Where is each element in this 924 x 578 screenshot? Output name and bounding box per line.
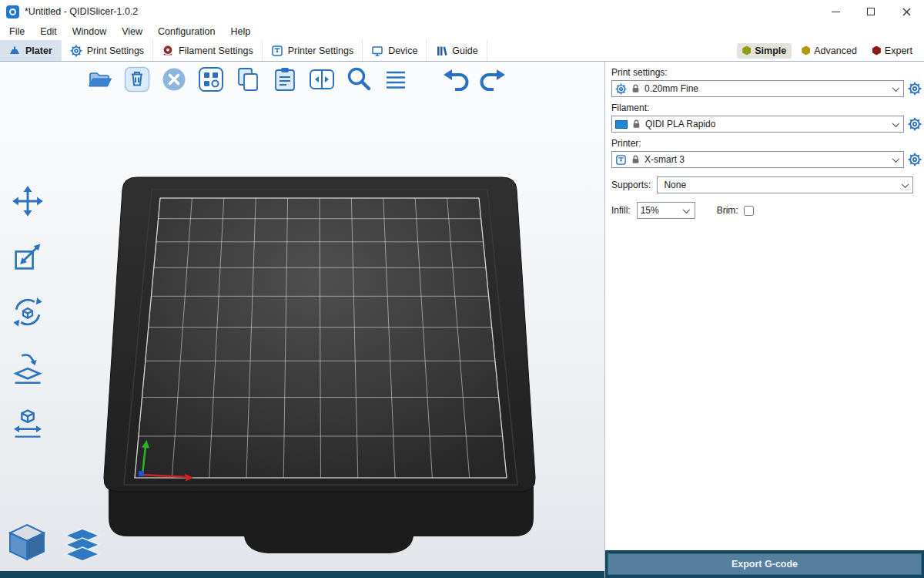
- paste-button[interactable]: [271, 65, 299, 94]
- supports-select[interactable]: None: [657, 176, 913, 193]
- supports-label: Supports:: [611, 180, 651, 190]
- menu-configuration[interactable]: Configuration: [150, 26, 223, 37]
- paste-icon: [272, 66, 298, 92]
- rotate-button[interactable]: [6, 292, 49, 332]
- tab-plater[interactable]: Plater: [0, 40, 62, 61]
- menu-edit[interactable]: Edit: [32, 26, 65, 37]
- dropdown-arrow: [889, 86, 902, 92]
- book-icon: [435, 45, 447, 57]
- infill-value: 15%: [641, 205, 659, 216]
- tab-bar: Plater Print Settings Filament Settings …: [0, 40, 924, 62]
- delete-button[interactable]: [123, 65, 151, 94]
- tab-label: Printer Settings: [288, 45, 353, 56]
- export-bar: Export G-code: [605, 550, 924, 578]
- gizmo-toolbar: [6, 181, 49, 443]
- printer-icon: [615, 154, 627, 166]
- tab-label: Filament Settings: [179, 45, 253, 56]
- brim-label: Brim:: [717, 205, 738, 216]
- mode-advanced[interactable]: Advanced: [796, 43, 862, 59]
- place-on-face-button[interactable]: [6, 348, 49, 388]
- dropdown-arrow: [889, 122, 902, 127]
- mode-label: Simple: [755, 45, 786, 56]
- advanced-mode-icon: [802, 46, 810, 55]
- close-button[interactable]: [889, 0, 924, 23]
- mode-label: Expert: [885, 45, 912, 56]
- redo-button[interactable]: [479, 65, 507, 94]
- menu-file[interactable]: File: [2, 26, 32, 37]
- printer-gear-button[interactable]: [908, 153, 922, 166]
- place-on-face-icon: [11, 351, 45, 385]
- scale-button[interactable]: [6, 237, 49, 277]
- export-gcode-button[interactable]: Export G-code: [608, 553, 922, 575]
- dropdown-arrow: [681, 208, 693, 213]
- menu-window[interactable]: Window: [65, 26, 114, 37]
- print-settings-value: 0.20mm Fine: [644, 83, 698, 94]
- chevron-down-icon: [683, 206, 691, 213]
- printer-select[interactable]: X-smart 3: [611, 151, 904, 168]
- tab-device[interactable]: Device: [363, 40, 427, 61]
- print-settings-select[interactable]: 0.20mm Fine: [611, 80, 904, 97]
- split-icon: [309, 66, 335, 92]
- gear-icon: [70, 45, 82, 57]
- size-icon: [11, 406, 45, 440]
- window-title: *Untitled - QIDISlicer-1.0.2: [25, 6, 138, 17]
- print-settings-label: Print settings:: [611, 67, 918, 78]
- mode-simple[interactable]: Simple: [737, 43, 792, 59]
- arrange-button[interactable]: [197, 65, 225, 94]
- filament-select[interactable]: QIDI PLA Rapido: [611, 116, 904, 133]
- viewport-3d[interactable]: [0, 62, 604, 578]
- cube-3d-icon: [5, 521, 49, 564]
- mode-switcher: Simple Advanced Expert: [737, 40, 924, 61]
- menu-help[interactable]: Help: [223, 26, 258, 37]
- split-button[interactable]: [308, 65, 336, 94]
- menu-bar: File Edit Window View Configuration Help: [0, 23, 924, 40]
- tab-guide[interactable]: Guide: [427, 40, 487, 61]
- monitor-icon: [371, 45, 383, 57]
- print-settings-gear-button[interactable]: [908, 82, 922, 96]
- build-plate: [0, 62, 604, 578]
- search-button[interactable]: [345, 65, 373, 94]
- move-button[interactable]: [6, 181, 49, 221]
- tab-print-settings[interactable]: Print Settings: [62, 40, 153, 61]
- chevron-down-icon: [892, 155, 899, 163]
- open-button[interactable]: [86, 65, 114, 94]
- infill-select[interactable]: 15%: [637, 202, 695, 219]
- dropdown-arrow: [889, 157, 902, 163]
- filament-gear-button[interactable]: [908, 117, 922, 131]
- supports-value: None: [664, 180, 686, 190]
- move-icon: [11, 184, 45, 218]
- menu-view[interactable]: View: [114, 26, 150, 37]
- tab-filament-settings[interactable]: Filament Settings: [153, 40, 263, 61]
- variable-layer-height-button[interactable]: [382, 65, 410, 94]
- chevron-down-icon: [901, 180, 909, 188]
- lock-icon: [631, 83, 641, 94]
- maximize-button[interactable]: [853, 0, 889, 23]
- preview-view-button[interactable]: [62, 527, 103, 567]
- tab-label: Device: [388, 45, 417, 56]
- window-controls: [818, 0, 924, 23]
- filament-icon: [162, 45, 174, 57]
- editor-view-button[interactable]: [5, 521, 49, 567]
- size-button[interactable]: [6, 403, 49, 443]
- filament-value: QIDI PLA Rapido: [645, 119, 715, 129]
- lock-icon: [631, 119, 641, 129]
- brim-checkbox[interactable]: [744, 206, 754, 216]
- tab-label: Guide: [452, 45, 477, 56]
- copy-button[interactable]: [234, 65, 262, 94]
- bottom-theme-strip: [0, 571, 604, 578]
- printer-label: Printer:: [611, 138, 918, 149]
- undo-button[interactable]: [442, 65, 470, 94]
- printer-value: X-smart 3: [644, 154, 685, 165]
- chevron-down-icon: [892, 119, 899, 127]
- lock-icon: [631, 154, 641, 165]
- tab-label: Print Settings: [87, 45, 144, 56]
- minimize-button[interactable]: [818, 0, 853, 23]
- close-icon: [902, 8, 911, 16]
- expert-mode-icon: [872, 46, 881, 55]
- mode-expert[interactable]: Expert: [867, 43, 918, 59]
- delete-all-button[interactable]: [160, 65, 188, 94]
- dropdown-arrow: [899, 183, 911, 188]
- view-mode-buttons: [5, 521, 103, 567]
- tab-printer-settings[interactable]: Printer Settings: [263, 40, 363, 61]
- arrange-icon: [198, 66, 224, 92]
